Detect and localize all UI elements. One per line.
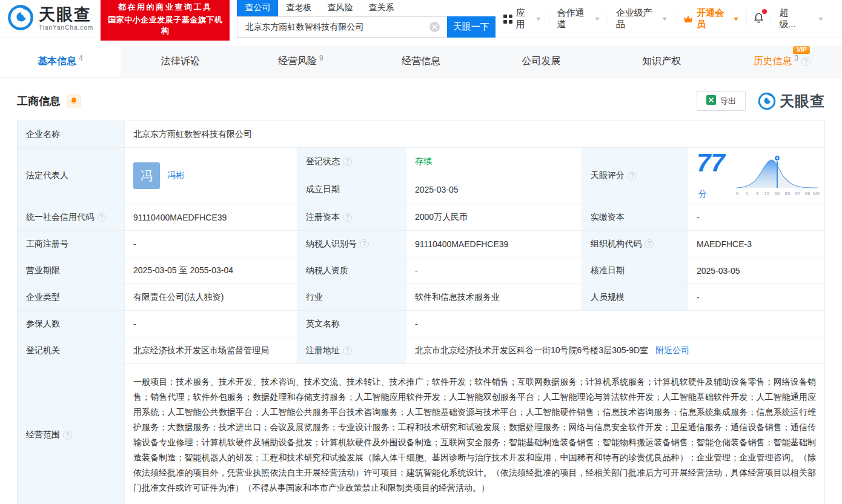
industry-value: 软件和信息技术服务业 [406, 284, 582, 310]
nav-enterprise-label: 企业级产品 [616, 7, 658, 30]
nav-open-vip-label: 开通会员 [697, 7, 730, 30]
field-label: 纳税人识别号 [306, 239, 357, 250]
search-tab-company[interactable]: 查公司 [237, 0, 278, 16]
svg-text:85: 85 [785, 191, 791, 196]
tab-label: 基本信息 [38, 55, 76, 68]
score-value: 77分 [697, 150, 735, 201]
nav-apps-label: 应用 [516, 7, 532, 30]
table-row: 企业类型 有限责任公司(法人独资) 行业 软件和信息技术服务业 人员规模 - [18, 284, 824, 310]
staff-size-value: - [688, 284, 824, 310]
field-label: 成立日期 [297, 176, 406, 204]
score-label-wrap: 天眼评分 [582, 148, 688, 204]
crown-icon [683, 15, 693, 23]
search-tab-risk[interactable]: 查风险 [319, 0, 360, 16]
search-area: 查公司 查老板 查风险 查关系 天眼一下 [237, 0, 495, 38]
address-cell: 北京市北京经济技术开发区科谷一街10号院6号楼3层305-9D室 附近公司 [406, 337, 824, 363]
company-tabstrip: 基本信息4 法律诉讼 经营风险9 经营信息 公司发展 知识产权 历史信息 VIP… [0, 45, 842, 78]
logo-subtitle: TianYanCha.com [39, 25, 93, 31]
svg-text:3: 3 [756, 191, 759, 196]
field-label-wrap: 经营范围 [18, 364, 125, 504]
legal-rep-link[interactable]: 冯彬 [167, 170, 184, 181]
notification-dot [762, 9, 767, 14]
logo-swirl-icon [758, 92, 776, 110]
tab-basic-info[interactable]: 基本信息4 [0, 45, 121, 77]
field-label-wrap: 纳税人识别号 [297, 231, 406, 257]
vip-badge: VIP [793, 46, 810, 54]
nav-open-vip[interactable]: 开通会员 [675, 11, 746, 27]
nav-partner-label: 合作通道 [557, 7, 591, 30]
help-icon[interactable] [801, 57, 811, 66]
search-tab-boss[interactable]: 查老板 [278, 0, 319, 16]
tianyancha-logo[interactable]: 天眼查 TianYanCha.com [7, 4, 93, 33]
status-date-group: 登记状态 存续 成立日期 2025-03-05 [297, 148, 582, 204]
tab-company-development[interactable]: 公司发展 [481, 45, 602, 77]
help-icon[interactable] [343, 213, 352, 222]
excel-icon [706, 95, 716, 107]
help-icon[interactable] [63, 431, 72, 440]
field-label: 工商注册号 [18, 231, 125, 257]
table-row: 统一社会信用代码 91110400MAEDFHCE39 注册资本 2000万人民… [18, 204, 824, 230]
watermark-logo: 天眼查 [758, 91, 825, 111]
search-button[interactable]: 天眼一下 [447, 16, 496, 38]
help-icon[interactable] [360, 239, 369, 248]
section-title: 工商信息 [17, 94, 61, 108]
help-icon[interactable] [343, 346, 352, 355]
score-distribution-chart: 0 1 3 15 50 85 97 99 100 [735, 153, 820, 199]
clear-icon[interactable] [429, 22, 440, 32]
business-scope-value: 一般项目：技术服务、技术开发、技术咨询、技术交流、技术转让、技术推广；软件开发；… [133, 373, 816, 497]
caret-down-icon [536, 18, 541, 21]
help-icon[interactable] [97, 213, 106, 222]
table-row-address: 登记机关 北京经济技术开发区市场监督管理局 注册地址 北京市北京经济技术开发区科… [18, 337, 824, 363]
field-label: 人员规模 [582, 284, 688, 310]
svg-text:97: 97 [795, 191, 801, 196]
reg-no-value: - [125, 231, 297, 257]
field-label: 参保人数 [18, 311, 125, 337]
tab-operation-info[interactable]: 经营信息 [361, 45, 482, 77]
table-row: 工商注册号 - 纳税人识别号 91110400MAEDFHCE39 组织机构代码… [18, 230, 824, 257]
field-label: 注册资本 [306, 212, 340, 223]
org-code-value: MAEDFHCE-3 [688, 231, 824, 257]
est-date-value: 2025-03-05 [406, 176, 582, 204]
tab-legal-proceedings[interactable]: 法律诉讼 [121, 45, 241, 77]
company-name-value: 北京东方雨虹数智科技有限公司 [125, 121, 824, 147]
tab-intellectual-property[interactable]: 知识产权 [602, 45, 722, 77]
nav-account[interactable]: 超级... [771, 11, 831, 27]
field-label: 经营范围 [26, 429, 60, 440]
nav-apps[interactable]: 应用 [496, 11, 549, 27]
nav-notifications[interactable] [746, 11, 771, 27]
tab-label: 公司发展 [522, 55, 561, 68]
caret-down-icon [818, 18, 823, 21]
field-label-wrap: 注册地址 [297, 337, 406, 363]
svg-text:15: 15 [764, 191, 770, 196]
promo-line1: 都在用的商业查询工具 [106, 2, 224, 13]
tab-label: 历史信息 [753, 56, 792, 66]
svg-text:99: 99 [805, 191, 811, 196]
help-icon[interactable] [343, 157, 352, 166]
help-icon[interactable] [628, 171, 637, 181]
field-label-wrap: 注册资本 [297, 204, 406, 230]
field-label: 英文名称 [297, 311, 406, 337]
field-label-wrap: 组织机构代码 [582, 231, 688, 257]
field-label: 营业期限 [18, 257, 125, 284]
search-input[interactable] [237, 16, 446, 38]
company-type-value: 有限责任公司(法人独资) [125, 284, 297, 310]
export-button[interactable]: 导出 [697, 91, 746, 111]
help-icon[interactable] [645, 239, 654, 248]
table-row: 参保人数 - 英文名称 - [18, 310, 824, 337]
nav-partner[interactable]: 合作通道 [549, 11, 608, 27]
table-row-company-name: 企业名称 北京东方雨虹数智科技有限公司 [18, 121, 824, 147]
paid-capital-value: - [688, 204, 824, 230]
tab-history-info[interactable]: 历史信息 VIP 3 [721, 45, 842, 77]
score-unit: 分 [698, 189, 707, 199]
subscribe-bell-button[interactable] [67, 94, 81, 108]
legal-rep-avatar[interactable]: 冯 [133, 162, 160, 189]
est-date-row: 成立日期 2025-03-05 [297, 176, 582, 204]
approve-date-value: 2025-03-05 [688, 257, 824, 284]
nearby-companies-link[interactable]: 附近公司 [655, 345, 689, 356]
nav-enterprise[interactable]: 企业级产品 [608, 11, 675, 27]
reg-capital-value: 2000万人民币 [406, 204, 582, 230]
taxpayer-quality-value: - [406, 257, 582, 284]
tab-operation-risk[interactable]: 经营风险9 [240, 45, 361, 77]
table-row: 营业期限 2025-03-05 至 2055-03-04 纳税人资质 - 核准日… [18, 257, 824, 284]
search-tab-relation[interactable]: 查关系 [360, 0, 402, 16]
